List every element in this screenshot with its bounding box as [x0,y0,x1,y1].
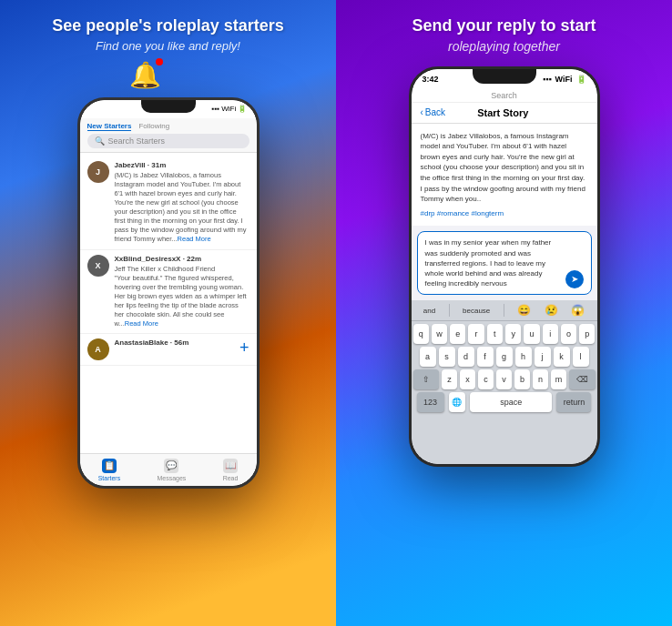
feed-item-3[interactable]: A AnastasiaBlake · 56m + [80,334,257,366]
left-header: See people's roleplay starters Find one … [34,0,301,58]
notification-dot [156,58,163,66]
keyboard-area: and because 😄 😢 😱 q w e r t y [412,300,597,463]
notification-bell[interactable]: 🔔 [129,60,161,90]
add-story-icon[interactable]: + [239,338,249,360]
key-p[interactable]: p [579,324,595,344]
left-panel: See people's roleplay starters Find one … [0,0,336,626]
messages-label: Messages [157,475,186,481]
key-globe[interactable]: 🌐 [449,392,465,412]
bottom-nav: 📋 Starters 💬 Messages 📖 Read [80,453,257,486]
key-o[interactable]: o [561,324,576,344]
feed-item-1[interactable]: J JabezVill · 31m (M/C) is Jabez Villalo… [80,156,257,250]
nav-title-right: Start Story [451,107,555,118]
right-panel: Send your reply to start roleplaying tog… [336,0,672,626]
bottom-nav-read[interactable]: 📖 Read [223,459,239,481]
phone-feed: J JabezVill · 31m (M/C) is Jabez Villalo… [80,153,257,453]
read-more-1[interactable]: Read More [178,235,211,243]
key-c[interactable]: c [478,369,494,389]
key-e[interactable]: e [450,324,465,344]
phone-left-mockup: ▪▪▪ WiFi 🔋 New Starters Following 🔍 Sear… [77,97,260,489]
key-w[interactable]: w [432,324,447,344]
status-icons-left: ▪▪▪ WiFi 🔋 [212,105,248,113]
key-u[interactable]: u [524,324,539,344]
search-bar-top[interactable]: Search [412,89,597,103]
avatar-2: X [87,255,109,277]
key-m[interactable]: m [551,369,566,389]
key-shift[interactable]: ⇧ [413,369,439,389]
key-r[interactable]: r [468,324,484,344]
search-icon-left: 🔍 [95,136,105,146]
feed-item-2[interactable]: X XxBlind_DesiresxX · 22m Jeff The Kille… [80,250,257,335]
suggestion-emoji-3[interactable]: 😱 [571,304,585,317]
feed-username-2: XxBlind_DesiresxX · 22m [115,255,249,263]
key-g[interactable]: g [496,347,513,367]
search-label-right: Search [491,91,517,100]
back-button[interactable]: ‹ Back [421,107,446,117]
avatar-3: A [87,338,109,360]
suggestion-divider-1 [449,304,450,317]
send-icon: ➤ [571,273,578,286]
read-label: Read [223,475,239,481]
suggestion-emoji-1[interactable]: 😄 [517,304,531,317]
messages-icon: 💬 [164,459,178,473]
phone-nav-left: New Starters Following 🔍 Search Starters [80,118,257,153]
key-k[interactable]: k [554,347,570,367]
tab-following[interactable]: Following [138,122,169,131]
reply-text[interactable]: I was in my senior year when my father w… [425,237,562,288]
back-label: Back [425,107,445,117]
suggestion-divider-2 [504,304,504,317]
bottom-nav-starters[interactable]: 📋 Starters [98,459,121,481]
nav-tabs: New Starters Following [87,122,249,131]
key-a[interactable]: a [420,347,436,367]
starters-icon: 📋 [102,459,117,473]
feed-text-2: Jeff The Killer x Childhood Friend "Your… [115,265,249,329]
send-button[interactable]: ➤ [565,270,584,288]
feed-username-3: AnastasiaBlake · 56m [115,338,234,347]
key-l[interactable]: l [573,347,589,367]
story-tags: #drp #romance #longterm [421,208,588,219]
key-z[interactable]: z [442,369,457,389]
key-row-4: 123 🌐 space return [413,392,596,412]
feed-content-3: AnastasiaBlake · 56m [115,338,234,360]
key-return[interactable]: return [556,392,591,412]
key-h[interactable]: h [515,347,532,367]
key-s[interactable]: s [439,347,455,367]
feed-content-1: JabezVill · 31m (M/C) is Jabez Villalobo… [115,161,249,245]
key-i[interactable]: i [543,324,558,344]
starters-label: Starters [98,475,121,481]
wifi-icon: WiFi [555,75,573,84]
key-d[interactable]: d [458,347,474,367]
story-text: (M/C) is Jabez Villalobos, a famous Inst… [421,131,588,205]
signal-icon: ▪▪▪ [543,75,552,84]
read-more-2[interactable]: Read More [125,319,158,328]
bottom-nav-messages[interactable]: 💬 Messages [157,459,186,481]
suggestion-because[interactable]: because [463,307,490,315]
suggestion-and[interactable]: and [423,307,435,315]
left-title: See people's roleplay starters [52,16,283,36]
tab-new-starters[interactable]: New Starters [87,122,132,131]
key-123[interactable]: 123 [417,392,444,412]
key-space[interactable]: space [470,392,552,412]
feed-username-1: JabezVill · 31m [115,161,249,169]
key-delete[interactable]: ⌫ [569,369,595,389]
key-row-3: ⇧ z x c v b n m ⌫ [413,369,596,389]
story-content: (M/C) is Jabez Villalobos, a famous Inst… [412,124,597,227]
chevron-left-icon: ‹ [421,107,423,117]
key-y[interactable]: y [505,324,521,344]
suggestion-emoji-2[interactable]: 😢 [545,304,558,317]
key-t[interactable]: t [487,324,503,344]
key-q[interactable]: q [413,324,429,344]
reply-box[interactable]: I was in my senior year when my father w… [417,231,592,295]
key-x[interactable]: x [460,369,475,389]
key-n[interactable]: n [533,369,548,389]
key-f[interactable]: f [477,347,494,367]
search-bar-left[interactable]: 🔍 Search Starters [87,134,249,148]
keyboard-suggestions: and because 😄 😢 😱 [412,300,597,321]
search-placeholder-left: Search Starters [108,136,166,146]
key-v[interactable]: v [496,369,512,389]
battery-icon: 🔋 [576,75,586,84]
key-b[interactable]: b [514,369,530,389]
phone-nav-right: ‹ Back Start Story [412,103,597,124]
key-j[interactable]: j [535,347,551,367]
status-time: 3:42 [423,75,439,84]
